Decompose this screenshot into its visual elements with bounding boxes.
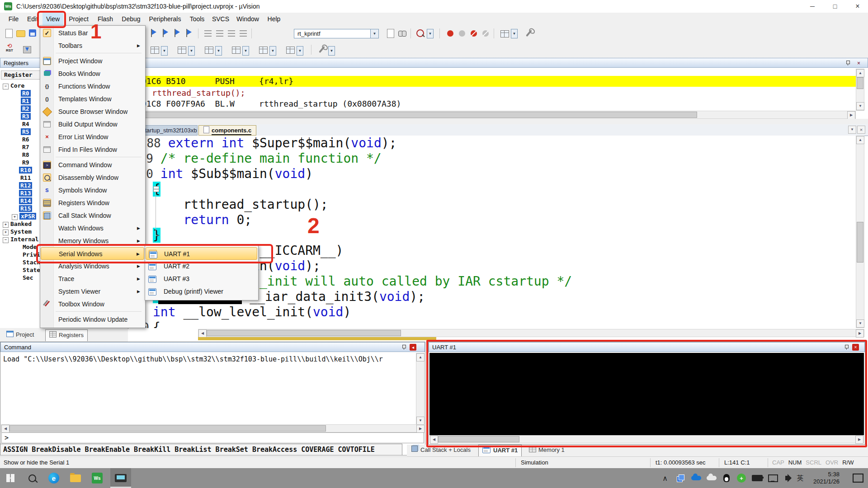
scroll-right-icon[interactable]: ▶ [416,425,425,433]
menu-item-call-stack-window[interactable]: Call Stack Window [41,209,144,222]
open-file-icon[interactable] [15,28,26,39]
fold-collapse-icon[interactable] [153,186,159,192]
menu-item-functions-window[interactable]: {} Functions Window [41,80,144,93]
trace-window-dropdown[interactable]: ▼ [269,46,276,56]
analysis-window-icon[interactable] [231,44,241,55]
scroll-down-icon[interactable]: ▼ [416,417,425,425]
find-in-files-icon[interactable] [385,28,396,39]
menu-item-system-viewer[interactable]: System Viewer▶ [41,285,144,298]
menu-item-templates-window[interactable]: () Templates Window [41,93,144,105]
watch-window-icon[interactable] [149,44,160,55]
menu-help[interactable]: Help [264,13,284,25]
taskbar-clock[interactable]: 5:38 2021/1/26 [808,468,844,488]
disassembly-window[interactable]: 0x080001C6 B510 PUSH {r4,lr} rtthread_st… [128,69,856,111]
indent-icon[interactable] [214,28,225,39]
submenu-item-debug-printf-viewer[interactable]: Debug (printf) Viewer [146,285,257,298]
tray-expand-icon[interactable]: ∧ [658,468,672,488]
debug-toolbox-icon[interactable] [316,44,327,55]
menu-tools[interactable]: Tools [186,13,208,25]
menu-item-toolbox-window[interactable]: Toolbox Window [41,298,144,310]
serial-window-dropdown[interactable]: ▼ [215,46,222,56]
menu-window[interactable]: Window [233,13,262,25]
debug-magnifier-dropdown[interactable]: ▼ [427,29,434,38]
disassembly-close-icon[interactable]: × [857,60,860,66]
menu-item-build-output[interactable]: Build Output Window [41,118,144,131]
command-hscrollbar[interactable]: ◀ ▶ [1,424,425,432]
memory-window-dropdown[interactable]: ▼ [188,46,195,56]
menu-item-source-browser[interactable]: Source Browser Window [41,105,144,118]
analysis-window-dropdown[interactable]: ▼ [242,46,249,56]
system-viewer-icon[interactable] [285,44,296,55]
taskbar-explorer-icon[interactable] [65,468,86,488]
minimize-button[interactable]: ─ [802,0,823,13]
scroll-right-icon[interactable]: ▶ [847,111,855,119]
menu-item-registers-window[interactable]: Registers Window [41,197,144,209]
memory-window-icon[interactable] [176,44,187,55]
tray-qq-icon[interactable] [720,468,733,488]
breakpoint-disable-icon[interactable] [457,28,467,39]
menu-file[interactable]: File [5,13,23,25]
download-icon[interactable] [22,44,33,55]
tray-ime-indicator[interactable]: 英 [794,468,807,488]
tray-360-icon[interactable]: + [734,468,749,488]
bookmark-prev-icon[interactable] [161,28,172,39]
taskbar-keil-icon[interactable]: Ws [87,468,108,488]
editor-vscrollbar[interactable]: ▲ ▼ [856,136,864,328]
comment-icon[interactable] [226,28,237,39]
scroll-left-icon[interactable]: ◀ [198,329,207,338]
menu-project[interactable]: Project [65,13,92,25]
pin-icon[interactable] [401,345,406,350]
watch-window-dropdown[interactable]: ▼ [161,46,168,56]
breakpoint-enable-all-icon[interactable] [480,28,491,39]
search-combo-dropdown[interactable]: ▼ [370,29,379,38]
pin-icon[interactable] [845,61,850,66]
collapse-button[interactable]: ◂ [410,344,416,351]
menu-item-command-window[interactable]: > Command Window [41,159,144,171]
new-file-icon[interactable] [4,28,14,39]
tray-stack-icon[interactable] [674,468,687,488]
unindent-icon[interactable] [203,28,213,39]
menu-item-disassembly-window[interactable]: Disassembly Window [41,171,144,184]
scroll-left-icon[interactable]: ◀ [1,425,9,433]
scroll-up-icon[interactable]: ▲ [856,69,864,77]
disassembly-vscrollbar[interactable]: ▲ ▼ [856,69,864,111]
command-header[interactable]: Command ◂ [0,342,425,352]
taskbar-active-app-icon[interactable] [110,468,131,488]
save-icon[interactable] [27,28,38,39]
scroll-up-icon[interactable]: ▲ [416,353,425,361]
taskbar-search-icon[interactable] [22,468,42,488]
window-layout-dropdown[interactable]: ▼ [511,29,518,38]
taskbar-edge-icon[interactable]: e [43,468,64,488]
tab-registers[interactable]: Registers [45,329,88,341]
menu-debug[interactable]: Debug [118,13,144,25]
tab-components-c[interactable]: components.c [198,125,256,136]
tray-volume-icon[interactable] [780,468,794,488]
breakpoint-kill-icon[interactable] [468,28,479,39]
tab-project[interactable]: Project [3,329,38,341]
close-button[interactable]: × [847,0,868,13]
tab-scroll-dropdown[interactable]: ▼ [848,126,856,134]
debug-magnifier-icon[interactable] [415,28,426,39]
tab-close-icon[interactable]: × [857,126,865,134]
configure-wrench-icon[interactable] [524,28,534,39]
disassembly-hscrollbar[interactable]: ◀ ▶ [128,111,856,119]
command-vscrollbar[interactable]: ▲ ▼ [416,353,425,424]
bookmark-next-icon[interactable] [173,28,184,39]
menu-item-symbols-window[interactable]: S Symbols Window [41,184,144,197]
notification-center-icon[interactable] [850,468,866,488]
menu-svcs[interactable]: SVCS [210,13,231,25]
editor-hscrollbar[interactable]: ◀ ▶ [198,329,864,337]
scroll-down-icon[interactable]: ▼ [856,319,864,328]
search-combo[interactable]: rt_kprintf [294,29,371,38]
reset-button[interactable]: ⟲RST [4,43,15,56]
menu-item-watch-windows[interactable]: Watch Windows▶ [41,222,144,235]
tray-battery-icon[interactable] [750,468,765,488]
bookmark-toggle-icon[interactable] [149,28,160,39]
menu-item-find-in-files[interactable]: Find In Files Window [41,143,144,156]
menu-item-project-window[interactable]: Project Window [41,55,144,67]
menu-item-error-list[interactable]: × Error List Window [41,131,144,143]
tray-network-icon[interactable] [766,468,780,488]
start-button[interactable] [0,468,21,488]
find-icon[interactable] [397,28,408,39]
menu-item-trace[interactable]: Trace▶ [41,272,144,285]
